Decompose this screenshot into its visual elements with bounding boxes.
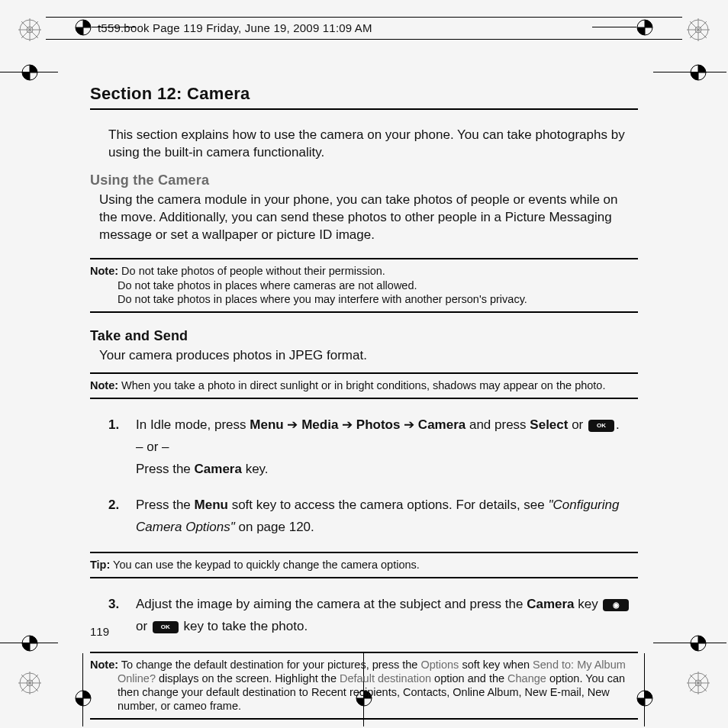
ok-key-icon: OK: [153, 621, 179, 633]
note-permission: Note: Do not take photos of people witho…: [90, 258, 638, 314]
photos-label: Photos: [356, 417, 401, 432]
step-text: In Idle mode, press: [136, 417, 250, 432]
camera-key-label: Camera: [527, 597, 574, 611]
tip-text: You can use the keypad to quickly change…: [113, 559, 420, 571]
using-camera-heading: Using the Camera: [90, 172, 638, 188]
step-text: Adjust the image by aiming the camera at…: [136, 597, 527, 611]
steps-list: In Idle mode, press Menu ➔ Media ➔ Photo…: [90, 414, 638, 538]
step-text: key.: [242, 462, 269, 476]
arrow-icon: ➔: [400, 417, 417, 432]
or-separator: – or –: [136, 436, 638, 459]
note-text: option and the: [431, 672, 507, 685]
note-text: soft key when: [459, 659, 533, 671]
note-label: Note:: [90, 379, 118, 391]
note-text: Do not take photos in places where you m…: [90, 292, 638, 307]
step-text: or: [136, 619, 151, 633]
note-text: displays on the screen. Highlight the: [156, 672, 340, 685]
note-label: Note:: [90, 659, 118, 671]
title-rule: [90, 108, 638, 110]
ok-key-icon: OK: [588, 420, 614, 432]
step-text: and press: [465, 417, 530, 432]
step-text: Press the: [136, 462, 195, 476]
take-send-body: Your camera produces photos in JPEG form…: [99, 347, 638, 365]
default-destination-option: Default destination: [340, 672, 431, 685]
camera-key-label: Camera: [195, 462, 242, 476]
note-text: Do not take photos in places where camer…: [90, 279, 638, 293]
take-send-heading: Take and Send: [90, 328, 638, 344]
step-text: on page 120.: [235, 520, 314, 534]
media-label: Media: [301, 417, 338, 432]
step-text: key: [575, 597, 602, 611]
intro-text: This section explains how to use the cam…: [108, 127, 638, 162]
change-option: Change: [507, 672, 546, 685]
step-2: Press the Menu soft key to access the ca…: [108, 494, 638, 539]
page-content: Section 12: Camera This section explains…: [0, 0, 728, 728]
step-text: soft key to access the camera options. F…: [228, 498, 549, 512]
tip-keypad: Tip: You can use the keypad to quickly c…: [90, 552, 638, 578]
options-softkey: Options: [420, 659, 459, 671]
note-destination: Note: To change the default destination …: [90, 652, 638, 720]
step-text: or: [568, 417, 587, 432]
step-text: Press the: [136, 498, 195, 512]
note-text: Do not take photos of people without the…: [121, 265, 385, 277]
note-text: When you take a photo in direct sunlight…: [121, 379, 605, 391]
steps-list-cont: Adjust the image by aiming the camera at…: [90, 594, 638, 638]
select-label: Select: [530, 417, 568, 432]
step-text: key to take the photo.: [180, 619, 308, 633]
page-number: 119: [90, 625, 109, 638]
step-1: In Idle mode, press Menu ➔ Media ➔ Photo…: [108, 414, 638, 481]
section-title: Section 12: Camera: [90, 84, 638, 104]
step-text: .: [616, 417, 620, 432]
step-3: Adjust the image by aiming the camera at…: [108, 594, 638, 638]
using-camera-body: Using the camera module in your phone, y…: [99, 192, 638, 244]
arrow-icon: ➔: [284, 417, 301, 432]
arrow-icon: ➔: [338, 417, 356, 432]
camera-label: Camera: [418, 417, 465, 432]
note-text: To change the default destination for yo…: [121, 659, 421, 671]
note-label: Note:: [90, 265, 118, 277]
menu-label: Menu: [250, 417, 283, 432]
menu-softkey-label: Menu: [195, 498, 228, 512]
camera-key-icon: ◉: [603, 599, 629, 611]
tip-label: Tip:: [90, 559, 110, 571]
note-sunlight: Note: When you take a photo in direct su…: [90, 372, 638, 399]
